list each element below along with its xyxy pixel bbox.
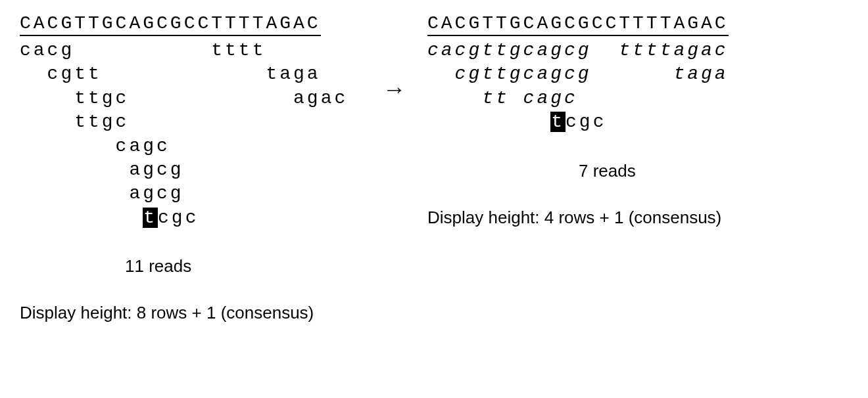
read-segment: cgttgcagcg taga bbox=[427, 64, 729, 84]
read-segment: cacgttgcagcg ttttagac bbox=[427, 40, 729, 60]
right-panel: CACGTTGCAGCGCCTTTTAGAC cacgttgcagcg tttt… bbox=[427, 13, 835, 228]
read-row: cacg tttt bbox=[20, 39, 348, 62]
read-row: cacgttgcagcg ttttagac bbox=[427, 39, 729, 62]
display-height-right: Display height: 4 rows + 1 (consensus) bbox=[427, 208, 721, 228]
reads-block-left: cacg tttt cgtt taga ttgc agac ttgc cagc … bbox=[20, 39, 348, 230]
read-row: cgtt taga bbox=[20, 62, 348, 86]
read-segment bbox=[427, 112, 550, 132]
reads-count-left: 11 reads bbox=[125, 256, 191, 276]
display-height-left: Display height: 8 rows + 1 (consensus) bbox=[20, 303, 314, 323]
read-row: tcgc bbox=[20, 206, 348, 230]
arrow-panel: → bbox=[362, 13, 427, 103]
read-row: tt cagc bbox=[427, 87, 729, 110]
read-row: cgttgcagcg taga bbox=[427, 62, 729, 86]
read-segment: cacg tttt bbox=[20, 40, 266, 60]
reads-block-right: cacgttgcagcg ttttagac cgttgcagcg taga tt… bbox=[427, 39, 729, 135]
left-panel: CACGTTGCAGCGCCTTTTAGAC cacg tttt cgtt ta… bbox=[20, 13, 362, 323]
arrow-icon: → bbox=[383, 76, 406, 103]
read-row: ttgc agac bbox=[20, 87, 348, 110]
read-segment: cgtt taga bbox=[20, 64, 321, 84]
read-row: ttgc bbox=[20, 110, 348, 134]
read-segment: tt cagc bbox=[427, 88, 578, 108]
read-row: agcg bbox=[20, 158, 348, 182]
consensus-left: CACGTTGCAGCGCCTTTTAGAC bbox=[20, 13, 321, 36]
read-segment: cgc bbox=[566, 112, 606, 132]
read-segment: t bbox=[143, 208, 158, 228]
read-segment: cgc bbox=[158, 208, 199, 228]
read-row: cagc bbox=[20, 135, 348, 158]
read-segment bbox=[20, 208, 143, 228]
consensus-right: CACGTTGCAGCGCCTTTTAGAC bbox=[427, 13, 729, 36]
read-segment: agcg bbox=[20, 183, 184, 204]
read-segment: ttgc agac bbox=[20, 88, 348, 108]
read-segment: ttgc bbox=[20, 112, 129, 132]
read-segment: cagc bbox=[20, 136, 170, 156]
read-segment: agcg bbox=[20, 160, 184, 180]
read-row: agcg bbox=[20, 182, 348, 206]
read-row: tcgc bbox=[427, 110, 729, 134]
reads-count-right: 7 reads bbox=[579, 161, 636, 181]
read-segment: t bbox=[550, 112, 566, 132]
